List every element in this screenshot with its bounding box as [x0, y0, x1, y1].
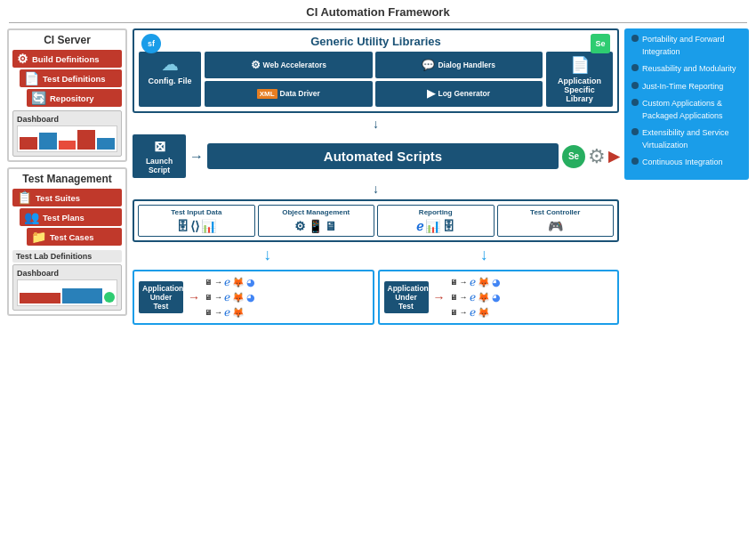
- dash-bar-1: [20, 137, 37, 150]
- aut-arrow-1: →: [188, 290, 200, 304]
- test-cases-item: 📁 Test Cases: [27, 228, 122, 246]
- test-lab-label: Test Lab Definitions: [12, 250, 122, 263]
- test-dash-bar-1: [20, 293, 60, 303]
- config-file-box: ☁ Config. File: [139, 52, 201, 107]
- aut-arrow-row-5: 🖥 → ℯ 🦊 ◕: [450, 291, 501, 303]
- test-plans-icon: 👥: [24, 211, 39, 223]
- page-title: CI Automation Framework: [9, 0, 747, 23]
- benefit-item-2: Just-In-Time Reporting: [631, 81, 742, 93]
- test-mgmt-title: Test Management: [12, 173, 122, 185]
- aut-arrow-row-2: 🖥 → ℯ 🦊 ◕: [205, 291, 255, 303]
- aut-label-1: Application Under Test: [139, 281, 183, 313]
- test-plans-item: 👥 Test Plans: [20, 208, 122, 226]
- report-icon-2: 📊: [425, 219, 440, 233]
- code-icon: ⟨⟩: [190, 219, 199, 233]
- play-icon: ▶: [608, 148, 619, 165]
- log-icon: ▶: [427, 87, 435, 100]
- chrome-icon-2: ◕: [246, 292, 255, 303]
- ci-server-items: ⚙ Build Definitions 📄 Test Definitions 🔄…: [12, 50, 122, 109]
- ie-icon-4: ℯ: [470, 276, 476, 288]
- monitor-icon-6: 🖥: [450, 308, 458, 317]
- launch-script-box: ⊠ Launch Script: [133, 134, 186, 178]
- web-accelerators-item: ⚙ Web Accelerators: [205, 52, 373, 78]
- benefit-bullet-0: [631, 35, 639, 42]
- repository-item: 🔄 Repository: [27, 89, 122, 107]
- chrome-icon-1: ◕: [246, 277, 255, 288]
- report-icon-3: 🗄: [442, 219, 454, 233]
- data-driver-item: XML Data Driver: [205, 81, 373, 108]
- app-specific-icon: 📄: [570, 55, 590, 75]
- main-layout: CI Server ⚙ Build Definitions 📄 Test Def…: [0, 28, 756, 534]
- dialog-icon: 💬: [422, 59, 435, 71]
- salesforce-logo: sf: [141, 34, 161, 53]
- right-arrow-scripts: →: [189, 149, 204, 165]
- chrome-icon-5: ◕: [492, 292, 501, 303]
- aut-arrows-2: 🖥 → ℯ 🦊 ◕ 🖥 → ℯ 🦊 ◕ 🖥: [450, 276, 501, 319]
- right-panel: Portability and Forward Integration Reus…: [624, 28, 749, 534]
- ff-icon-6: 🦊: [478, 307, 490, 319]
- dash-bar-5: [97, 138, 115, 150]
- ie-icon-3: ℯ: [224, 306, 230, 319]
- monitor-icon-4: 🖥: [450, 278, 458, 287]
- reporting-box: Reporting ℯ 📊 🗄: [377, 205, 495, 237]
- dialog-handlers-item: 💬 Dialog Handlers: [375, 52, 543, 78]
- ci-dashboard-preview: [17, 125, 117, 152]
- reporting-icons: ℯ 📊 🗄: [381, 219, 491, 233]
- monitor-icon-5: 🖥: [450, 293, 458, 302]
- ci-dashboard-box: Dashboard: [12, 110, 122, 157]
- ie-icon-1: ℯ: [224, 276, 230, 288]
- benefit-bullet-2: [631, 82, 639, 89]
- test-def-icon: 📄: [24, 72, 39, 85]
- test-input-data-box: Test Input Data 🗄 ⟨⟩ 📊: [138, 205, 255, 237]
- build-icon: ⚙: [17, 53, 28, 65]
- ff-icon-4: 🦊: [478, 277, 490, 288]
- test-definitions-item: 📄 Test Definitions: [20, 69, 122, 87]
- benefit-bullet-5: [631, 158, 639, 165]
- benefit-bullet-4: [631, 128, 639, 135]
- green-circle: [104, 292, 115, 303]
- ie-icon-5: ℯ: [470, 291, 476, 303]
- aut-arrow-2: →: [433, 290, 446, 304]
- controller-icons: 🎮: [501, 219, 611, 233]
- object-mgmt-icons: ⚙ 📱 🖥: [261, 219, 372, 233]
- down-arrow-2: ↓: [133, 182, 619, 196]
- obj-icon-1: ⚙: [294, 219, 306, 233]
- aut-arrow-row-3: 🖥 → ℯ 🦊: [205, 306, 255, 319]
- test-dashboard-box: Dashboard: [12, 264, 122, 311]
- chrome-icon-4: ◕: [492, 277, 501, 288]
- test-suites-icon: 📋: [17, 191, 32, 204]
- aut-arrow-row-1: 🖥 → ℯ 🦊 ◕: [205, 276, 255, 288]
- ie-icon-6: ℯ: [470, 306, 476, 319]
- arrow-sym-6: →: [460, 308, 468, 317]
- dash-bar-3: [59, 141, 76, 150]
- test-dash-bar-2: [62, 288, 103, 303]
- aut-box-1: Application Under Test → 🖥 → ℯ 🦊 ◕ 🖥 → ℯ: [133, 270, 374, 325]
- arrow-sym-1: →: [214, 278, 222, 287]
- monitor-icon-1: 🖥: [205, 278, 213, 287]
- build-definitions-item: ⚙ Build Definitions: [12, 50, 122, 68]
- dash-bar-4: [77, 130, 95, 150]
- ci-server-title: CI Server: [12, 34, 122, 46]
- cog-icon: ⚙: [588, 145, 606, 168]
- aut-section: Application Under Test → 🖥 → ℯ 🦊 ◕ 🖥 → ℯ: [133, 270, 619, 325]
- ie-icon-2: ℯ: [224, 291, 230, 303]
- benefits-box: Portability and Forward Integration Reus…: [624, 28, 749, 180]
- test-cases-icon: 📁: [31, 231, 46, 243]
- monitor-icon-3: 🖥: [205, 308, 213, 317]
- config-icon: ☁: [162, 55, 178, 75]
- xml-badge: XML: [257, 89, 277, 99]
- benefit-bullet-1: [631, 64, 639, 71]
- arrow-sym-5: →: [460, 293, 468, 302]
- obj-icon-3: 🖥: [325, 219, 337, 233]
- gamepad-icon: 🎮: [548, 219, 563, 233]
- generic-util-title: Generic Utility Libraries: [139, 35, 613, 48]
- dash-bar-2: [39, 133, 57, 150]
- ff-icon-3: 🦊: [232, 307, 245, 319]
- test-mgmt-box: Test Management 📋 Test Suites 👥 Test Pla…: [7, 167, 127, 316]
- arrow-sym-4: →: [460, 278, 468, 287]
- connector-arrow-2: ↓: [480, 246, 488, 264]
- connector-arrow-1: ↓: [263, 246, 271, 264]
- tools-row: Test Input Data 🗄 ⟨⟩ 📊 Object Management…: [133, 199, 619, 242]
- aut-arrow-row-4: 🖥 → ℯ 🦊 ◕: [450, 276, 501, 288]
- benefit-item-1: Reusability and Modularity: [631, 63, 742, 76]
